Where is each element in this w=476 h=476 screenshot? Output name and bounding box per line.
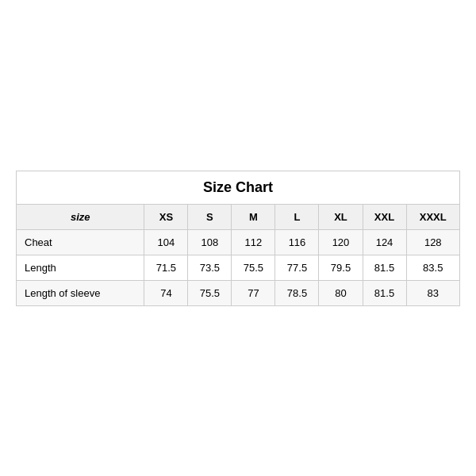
table-row: Cheat104108112116120124128: [17, 229, 460, 255]
table-row: Length of sleeve7475.57778.58081.583: [17, 280, 460, 305]
cell-value: 81.5: [363, 255, 406, 280]
column-header: XL: [319, 204, 363, 229]
cell-value: 78.5: [275, 280, 319, 305]
column-header: size: [17, 204, 144, 229]
cell-value: 71.5: [144, 255, 188, 280]
size-chart-table: Size Chart sizeXSSMLXLXXLXXXL Cheat10410…: [16, 171, 460, 306]
chart-title: Size Chart: [17, 171, 460, 204]
cell-value: 73.5: [188, 255, 232, 280]
column-header: S: [188, 204, 232, 229]
cell-value: 83: [406, 280, 459, 305]
row-label: Length of sleeve: [17, 280, 144, 305]
cell-value: 116: [275, 229, 319, 255]
column-header: XS: [144, 204, 188, 229]
cell-value: 79.5: [319, 255, 363, 280]
cell-value: 108: [188, 229, 232, 255]
cell-value: 75.5: [188, 280, 232, 305]
row-label: Length: [17, 255, 144, 280]
cell-value: 112: [232, 229, 275, 255]
cell-value: 77.5: [275, 255, 319, 280]
cell-value: 77: [232, 280, 275, 305]
column-header: M: [232, 204, 275, 229]
row-label: Cheat: [17, 229, 144, 255]
cell-value: 75.5: [232, 255, 275, 280]
cell-value: 124: [363, 229, 406, 255]
cell-value: 74: [144, 280, 188, 305]
cell-value: 120: [319, 229, 363, 255]
cell-value: 80: [319, 280, 363, 305]
cell-value: 81.5: [363, 280, 406, 305]
column-header: XXXL: [406, 204, 459, 229]
title-row: Size Chart: [17, 171, 460, 204]
column-header: XXL: [363, 204, 406, 229]
cell-value: 83.5: [406, 255, 459, 280]
cell-value: 128: [406, 229, 459, 255]
column-header: L: [275, 204, 319, 229]
header-row: sizeXSSMLXLXXLXXXL: [17, 204, 460, 229]
cell-value: 104: [144, 229, 188, 255]
size-chart-container: Size Chart sizeXSSMLXLXXLXXXL Cheat10410…: [16, 171, 460, 306]
table-row: Length71.573.575.577.579.581.583.5: [17, 255, 460, 280]
